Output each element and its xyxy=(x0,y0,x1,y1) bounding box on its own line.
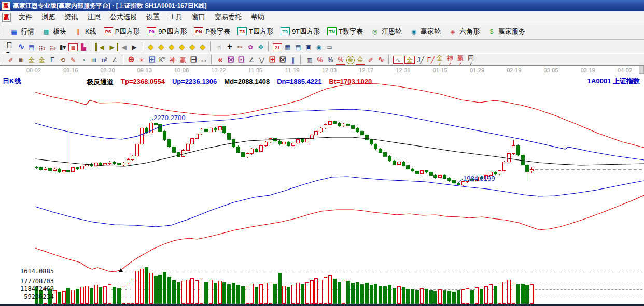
t9-square-button[interactable]: T99T四方形 xyxy=(277,26,324,37)
red-grid-tool[interactable]: ⊞ xyxy=(268,55,277,64)
gann-shift-left-tool[interactable]: ◆ xyxy=(146,42,156,51)
notes-tool[interactable]: ▤ xyxy=(293,42,303,51)
kline-chart-canvas[interactable] xyxy=(0,66,644,306)
grid-target-tool[interactable]: ⊞ xyxy=(147,55,157,64)
gann-expand-all-tool[interactable]: ◆ xyxy=(188,42,197,51)
ying-tool-tool[interactable]: 赢 xyxy=(178,55,188,64)
red-pattern-icon: ▩ xyxy=(68,43,78,51)
menu-item-窗口[interactable]: 窗口 xyxy=(187,12,210,22)
gann-wheel-button[interactable]: ◎江恩轮 xyxy=(367,26,405,37)
pin-measure-tool[interactable]: ✑ xyxy=(235,42,245,51)
menu-item-公式选股[interactable]: 公式选股 xyxy=(105,12,142,22)
red-pattern-tool[interactable]: ▩ xyxy=(68,42,78,52)
p9-square-button[interactable]: P99P四方形 xyxy=(143,26,190,37)
workstation-tool[interactable]: ▭ xyxy=(325,42,334,51)
percent-tool[interactable]: % xyxy=(326,55,335,64)
ruler-count-tool[interactable]: ⊟ xyxy=(189,55,198,64)
percent-retrace-tool[interactable]: % xyxy=(315,55,325,64)
bars-9-tool[interactable]: ⣶₉ xyxy=(48,42,57,51)
golden-line-tool[interactable]: 金 xyxy=(356,54,365,65)
f-comb-tool[interactable]: F xyxy=(48,55,57,64)
next-page-tool[interactable]: ▶ xyxy=(130,42,139,51)
golden-gate2-tool[interactable]: 金 xyxy=(37,55,47,64)
candle-body xyxy=(338,123,341,126)
menu-item-浏览[interactable]: 浏览 xyxy=(37,12,60,22)
gann-shift-right-tool[interactable]: ◆ xyxy=(157,42,166,51)
menu-item-帮助[interactable]: 帮助 xyxy=(246,12,269,22)
fan-square-tool[interactable]: ⊡ xyxy=(236,55,246,64)
period-day-selector-tool[interactable]: 日▾ xyxy=(6,40,16,53)
jin-angle-tool[interactable]: 金╱ xyxy=(437,53,446,66)
trend-angle-tool[interactable]: ∠ xyxy=(247,55,256,64)
ray-fan-tool[interactable]: « xyxy=(216,55,225,64)
v-wave-tool[interactable]: ⋁ xyxy=(257,55,267,64)
t-number-table-button[interactable]: TNT数字表 xyxy=(324,26,367,37)
ying-angle-tool[interactable]: 赢╱ xyxy=(457,53,467,66)
web-link-tool[interactable]: ◉ xyxy=(314,42,324,51)
golden-box-tool[interactable]: 金 xyxy=(404,55,415,64)
golden-circle-tool[interactable]: 金 xyxy=(346,54,355,64)
width-arrows-tool[interactable]: ↔ xyxy=(199,55,208,64)
hexagon-button[interactable]: ◈六角形 xyxy=(444,26,483,37)
shen-tool-tool[interactable]: 神 xyxy=(168,55,177,64)
paint-brush-tool[interactable]: ✐ xyxy=(6,55,16,64)
candle-style-tool[interactable]: ▮▾ xyxy=(58,42,67,51)
last-page-tool[interactable]: ▶ xyxy=(107,42,118,51)
grid-arrow-tool[interactable]: ⊠ xyxy=(278,55,287,64)
bars-3-tool[interactable]: ⣶₃ xyxy=(37,42,47,51)
k-quote-tool[interactable]: K" xyxy=(158,55,167,64)
menu-item-文件[interactable]: 文件 xyxy=(14,12,37,22)
crosshair-tool[interactable]: + xyxy=(225,42,234,51)
f-angle-tool[interactable]: F╱ xyxy=(426,55,436,64)
j-angle-tool[interactable]: J╱ xyxy=(416,55,425,64)
kline-button[interactable]: ∥K线 xyxy=(70,26,100,37)
menu-item-资讯[interactable]: 资讯 xyxy=(60,12,82,22)
price-note-tool[interactable]: ✐ xyxy=(366,55,375,64)
calculator-tool[interactable]: ▦ xyxy=(283,42,292,51)
comb-grid-tool[interactable]: ≣ xyxy=(17,55,26,64)
spiral-tool[interactable]: ⟲ xyxy=(58,55,67,64)
wave-tool[interactable]: ∿ xyxy=(376,55,386,64)
menu-item-设置[interactable]: 设置 xyxy=(142,12,164,22)
first-page-tool[interactable]: ◀ xyxy=(95,42,106,51)
target-cross-tool[interactable]: ⊕ xyxy=(127,55,136,64)
fan-box-tool[interactable]: ⊠ xyxy=(226,55,235,64)
chart-area[interactable]: 08-0208-1608-3009-1310-0810-2211-0511-19… xyxy=(0,65,644,306)
save-tool[interactable]: ▣ xyxy=(304,42,313,51)
hand-drag-tool[interactable]: ☝ xyxy=(215,42,224,51)
sectors-button[interactable]: ▩板块 xyxy=(38,26,70,37)
volume-bar xyxy=(360,284,363,303)
t-square-button[interactable]: T3T四方形 xyxy=(234,26,277,37)
menu-item-交易委托[interactable]: 交易委托 xyxy=(210,12,246,22)
gann-expand-horizontal-tool[interactable]: ◆ xyxy=(167,42,176,51)
n-square-tool[interactable]: n² xyxy=(100,55,109,64)
info-panel-tool[interactable]: ▤ xyxy=(27,42,36,51)
comb2-tool[interactable]: ≣ xyxy=(89,55,99,64)
menu-item-工具[interactable]: 工具 xyxy=(164,12,187,22)
wave-box-tool[interactable]: ∿ xyxy=(393,55,403,64)
cycle-clock-tool[interactable]: ◔ xyxy=(79,55,88,64)
p-number-table-button[interactable]: PNP数字表 xyxy=(190,26,234,37)
red-pencil-tool[interactable]: ✎ xyxy=(68,55,78,64)
prev-page-tool[interactable]: ◀ xyxy=(119,42,129,51)
angle-flag-tool[interactable]: ∠ xyxy=(110,55,119,64)
menu-item-江恩[interactable]: 江恩 xyxy=(82,12,105,22)
starburst-tool[interactable]: ✳ xyxy=(137,55,146,64)
golden-gate-tool[interactable]: 金 xyxy=(27,55,36,64)
winner-wheel-button[interactable]: ◉赢家轮 xyxy=(405,26,444,37)
parallel-lines-tool[interactable]: ∥ xyxy=(288,55,298,64)
gann-full-view-tool[interactable]: ◆ xyxy=(198,42,207,51)
color-histogram-tool[interactable]: ▙ xyxy=(79,42,88,51)
p-square-button[interactable]: PSP四方形 xyxy=(100,26,144,37)
percent-line-tool[interactable]: % xyxy=(336,54,345,65)
si-angle-tool[interactable]: 四╱ xyxy=(468,53,477,66)
zigzag-chart-tool[interactable]: ∿ xyxy=(17,42,26,51)
knot-tool-tool[interactable]: ✤ xyxy=(256,42,265,51)
shen-angle-tool[interactable]: 神╱ xyxy=(447,53,456,66)
flower-tool-tool[interactable]: ✿ xyxy=(246,42,255,51)
winner-service-button[interactable]: $赢家服务 xyxy=(483,26,529,37)
calendar-21-tool[interactable]: 21 xyxy=(273,42,282,52)
stat-columns-tool[interactable]: ▥ xyxy=(305,55,314,64)
gann-compress-tool[interactable]: ◆ xyxy=(177,42,187,51)
quotes-button[interactable]: ▦行情 xyxy=(6,26,38,37)
